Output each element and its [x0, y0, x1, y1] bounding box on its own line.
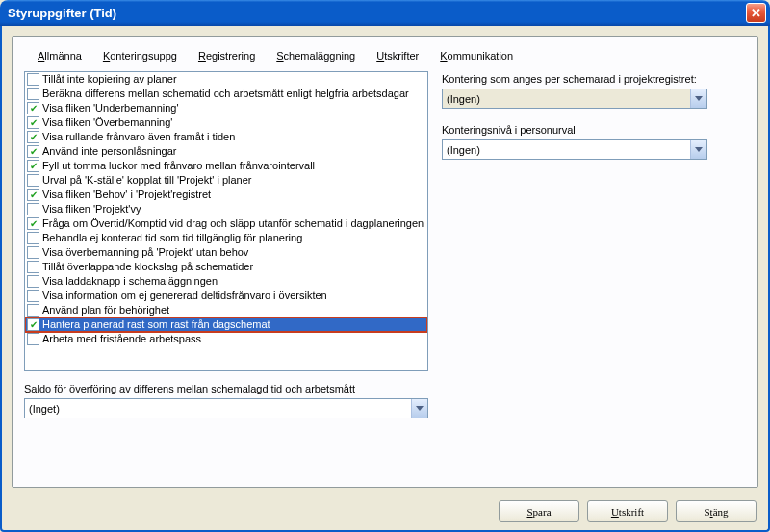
checkbox[interactable]: [27, 275, 39, 288]
kontering-label: Kontering som anges per schemarad i proj…: [442, 73, 746, 85]
list-item-label: Visa fliken 'Behov' i 'Projekt'registret: [42, 188, 211, 202]
print-button[interactable]: Utskrift: [587, 500, 668, 522]
options-listbox[interactable]: Tillåt inte kopiering av planerBeräkna d…: [24, 71, 428, 371]
list-item-label: Visa fliken 'Projekt'vy: [42, 202, 141, 216]
list-item[interactable]: Visa överbemanning på 'Projekt' utan beh…: [25, 245, 427, 260]
checkbox[interactable]: [27, 246, 39, 259]
close-icon[interactable]: ✕: [746, 3, 766, 23]
list-item-label: Visa överbemanning på 'Projekt' utan beh…: [42, 245, 248, 260]
tab-bar: Allmänna Konteringsuppg Registrering Sch…: [24, 46, 746, 71]
list-item[interactable]: Visa fliken 'Projekt'vy: [25, 202, 427, 216]
list-item[interactable]: ✔Visa fliken 'Underbemanning': [25, 101, 427, 115]
tab-schemalaggning[interactable]: Schemaläggning: [276, 50, 355, 62]
konteringsniva-value: (Ingen): [443, 144, 690, 156]
saldo-dropdown[interactable]: (Inget): [24, 398, 428, 418]
tab-kommunikation[interactable]: Kommunikation: [440, 50, 513, 62]
list-item-label: Visa rullande frånvaro även framåt i tid…: [42, 130, 235, 144]
list-item-label: Visa laddaknapp i schemaläggningen: [42, 274, 218, 289]
list-item[interactable]: Använd plan för behörighet: [25, 303, 427, 317]
checkbox[interactable]: [27, 174, 39, 187]
window-titlebar: Styruppgifter (Tid) ✕: [0, 0, 770, 26]
list-item-label: Visa information om ej genererad deltids…: [42, 289, 327, 303]
list-item-label: Visa fliken 'Underbemanning': [42, 101, 179, 115]
list-item-label: Fyll ut tomma luckor med frånvaro mellan…: [42, 159, 315, 173]
checkbox[interactable]: [27, 304, 39, 317]
list-item[interactable]: ✔Visa rullande frånvaro även framåt i ti…: [25, 130, 427, 144]
button-bar: Spara Utskrift Stäng: [499, 500, 757, 522]
list-item[interactable]: Tillåt överlappande klockslag på schemat…: [25, 260, 427, 274]
list-item-label: Visa fliken 'Överbemanning': [42, 115, 172, 130]
list-item[interactable]: Beräkna differens mellan schematid och a…: [25, 87, 427, 101]
chevron-down-icon: [690, 89, 706, 108]
list-item[interactable]: Arbeta med fristående arbetspass: [25, 332, 427, 346]
checkbox[interactable]: [27, 203, 39, 215]
checkbox[interactable]: ✔: [27, 160, 39, 172]
list-item-label: Fråga om Övertid/Komptid vid drag och sl…: [42, 216, 424, 231]
checkbox[interactable]: [27, 333, 39, 345]
list-item[interactable]: ✔Fråga om Övertid/Komptid vid drag och s…: [25, 216, 427, 231]
list-item[interactable]: Visa laddaknapp i schemaläggningen: [25, 274, 427, 289]
list-item[interactable]: ✔Hantera planerad rast som rast från dag…: [25, 317, 427, 332]
list-item[interactable]: ✔Visa fliken 'Behov' i 'Projekt'registre…: [25, 188, 427, 202]
tab-allmanna[interactable]: Allmänna: [38, 50, 82, 62]
checkbox[interactable]: ✔: [27, 131, 39, 143]
list-item[interactable]: Visa information om ej genererad deltids…: [25, 289, 427, 303]
checkbox[interactable]: ✔: [27, 145, 39, 158]
checkbox[interactable]: [27, 261, 39, 273]
window-title: Styruppgifter (Tid): [8, 6, 116, 20]
saldo-value: (Inget): [25, 403, 411, 415]
checkbox[interactable]: ✔: [27, 116, 39, 129]
checkbox[interactable]: [27, 290, 39, 302]
konteringsniva-dropdown[interactable]: (Ingen): [442, 139, 707, 160]
checkbox[interactable]: [27, 73, 39, 86]
checkbox[interactable]: ✔: [27, 102, 39, 114]
list-item[interactable]: Tillåt inte kopiering av planer: [25, 72, 427, 87]
tab-konteringsuppg[interactable]: Konteringsuppg: [103, 50, 177, 62]
list-item-label: Behandla ej konterad tid som tid tillgän…: [42, 231, 302, 245]
list-item-label: Hantera planerad rast som rast från dags…: [42, 317, 270, 332]
list-item[interactable]: ✔Visa fliken 'Överbemanning': [25, 115, 427, 130]
list-item[interactable]: ✔Fyll ut tomma luckor med frånvaro mella…: [25, 159, 427, 173]
save-button[interactable]: Spara: [499, 500, 579, 522]
list-item-label: Beräkna differens mellan schematid och a…: [42, 87, 409, 101]
checkbox[interactable]: ✔: [27, 189, 39, 201]
close-button[interactable]: Stäng: [676, 500, 757, 522]
tab-registrering[interactable]: Registrering: [198, 50, 255, 62]
konteringsniva-label: Konteringsnivå i personurval: [442, 124, 746, 136]
checkbox[interactable]: [27, 232, 39, 244]
saldo-label: Saldo för överföring av differens mellan…: [24, 383, 428, 394]
list-item-label: Använd inte personlåsningar: [42, 144, 176, 159]
list-item-label: Urval på 'K-ställe' kopplat till 'Projek…: [42, 173, 252, 188]
list-item-label: Använd plan för behörighet: [42, 303, 169, 317]
list-item[interactable]: Urval på 'K-ställe' kopplat till 'Projek…: [25, 173, 427, 188]
checkbox[interactable]: [27, 88, 39, 100]
list-item[interactable]: ✔Använd inte personlåsningar: [25, 144, 427, 159]
list-item[interactable]: Behandla ej konterad tid som tid tillgän…: [25, 231, 427, 245]
list-item-label: Arbeta med fristående arbetspass: [42, 332, 201, 346]
list-item-label: Tillåt överlappande klockslag på schemat…: [42, 260, 253, 274]
kontering-value: (Ingen): [443, 93, 690, 105]
chevron-down-icon: [690, 140, 706, 159]
kontering-dropdown: (Ingen): [442, 89, 707, 109]
checkbox[interactable]: ✔: [27, 318, 39, 331]
chevron-down-icon: [411, 399, 427, 418]
tab-utskrifter[interactable]: Utskrifter: [376, 50, 419, 62]
checkbox[interactable]: ✔: [27, 217, 39, 230]
dialog-frame: Allmänna Konteringsuppg Registrering Sch…: [12, 36, 758, 488]
list-item-label: Tillåt inte kopiering av planer: [42, 72, 177, 87]
